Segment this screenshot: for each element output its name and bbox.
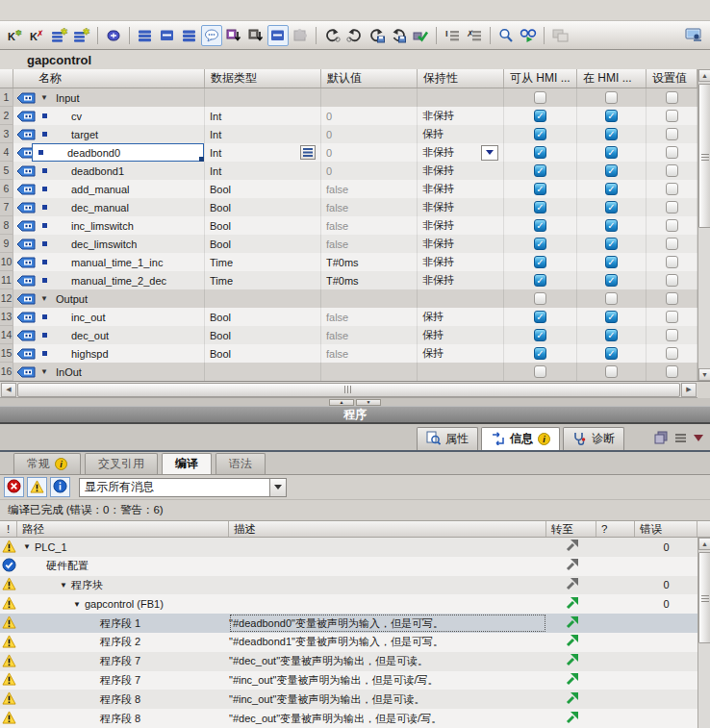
collapse-triangle-icon[interactable]: ▼	[23, 542, 31, 551]
message-row[interactable]: 程序段 7"#inc_out"变量被声明为输出，但是可读/写。	[0, 671, 710, 690]
collapse-triangle-icon[interactable]: ▼	[40, 295, 48, 303]
retain-cell[interactable]: 保持	[418, 344, 504, 363]
datatype-cell[interactable]	[205, 363, 321, 381]
name-cell[interactable]: add_manual	[13, 180, 205, 198]
hmi-accessible-checkbox[interactable]: ✓	[534, 329, 546, 341]
setpoint-checkbox[interactable]	[666, 329, 678, 341]
subtab-item[interactable]: 常规i	[13, 453, 81, 474]
column-header[interactable]: 设置值	[647, 69, 697, 88]
default-value-cell[interactable]: false	[321, 216, 418, 235]
path-cell[interactable]: 程序段 2	[17, 633, 229, 652]
path-cell[interactable]: ▼PLC_1	[17, 538, 229, 557]
interface-variable-row[interactable]: 14dec_outBoolfalse保持✓✓	[0, 326, 710, 344]
path-cell[interactable]: 程序段 1	[17, 614, 229, 633]
hmi-accessible-checkbox[interactable]: ✓	[534, 311, 546, 323]
program-section-bar[interactable]: 程序	[0, 406, 710, 424]
help-header[interactable]: ?	[596, 521, 635, 537]
retain-value[interactable]: 非保持	[422, 163, 454, 178]
search-icon[interactable]	[495, 25, 517, 46]
collapse-triangle-icon[interactable]: ▼	[60, 581, 67, 590]
path-cell[interactable]: ▼gapcontrol (FB1)	[17, 594, 229, 614]
name-cell[interactable]: highspd	[13, 344, 205, 363]
setpoint-checkbox[interactable]	[666, 164, 678, 177]
interface-variable-row[interactable]: 3targetInt0保持✓✓	[0, 125, 710, 143]
default-value-cell[interactable]: false	[321, 308, 418, 326]
message-row[interactable]: 程序段 7"#dec_out"变量被声明为输出，但是可读。	[0, 652, 710, 671]
datatype-cell[interactable]	[205, 88, 321, 107]
hmi-visible-checkbox[interactable]: ✓	[605, 164, 618, 177]
default-value-cell[interactable]: 0	[321, 107, 418, 125]
retain-cell[interactable]: 非保持	[418, 143, 504, 162]
retain-value[interactable]: 保持	[422, 310, 444, 324]
hmi-accessible-checkbox[interactable]: ✓	[534, 164, 546, 177]
column-header[interactable]: 数据类型	[205, 69, 321, 88]
default-value-cell[interactable]: false	[321, 235, 418, 253]
name-cell[interactable]: target	[13, 125, 205, 143]
name-cell[interactable]: inc_limswitch	[13, 216, 205, 235]
default-value[interactable]: false	[326, 184, 348, 195]
datatype-cell[interactable]: Bool	[205, 216, 321, 235]
retain-cell[interactable]: 非保持	[418, 253, 504, 271]
description-cell[interactable]: "#deadbond0"变量被声明为输入，但是可写。	[229, 614, 546, 633]
default-value[interactable]: 0	[326, 165, 332, 177]
goto-arrow-icon[interactable]	[566, 616, 578, 631]
interface-variable-row[interactable]: 2cvInt0非保持✓✓	[0, 107, 710, 125]
setpoint-checkbox[interactable]	[666, 146, 678, 159]
hmi-visible-checkbox[interactable]: ✓	[605, 329, 618, 341]
scroll-left-button[interactable]: ◀	[1, 383, 16, 397]
retain-value[interactable]: 非保持	[422, 109, 454, 123]
hmi-accessible-checkbox[interactable]: ✓	[534, 201, 546, 213]
hmi-visible-checkbox[interactable]: ✓	[605, 128, 618, 140]
description-cell[interactable]	[229, 538, 546, 557]
datatype-cell[interactable]: Time	[205, 271, 321, 289]
column-header[interactable]: 可从 HMI ...	[504, 69, 577, 88]
default-value[interactable]: 0	[326, 147, 332, 159]
exclamation-header[interactable]: !	[0, 521, 17, 537]
default-value[interactable]: false	[326, 220, 348, 232]
hmi-accessible-checkbox[interactable]: ✓	[534, 219, 546, 232]
datatype-cell[interactable]: Bool	[205, 180, 321, 198]
description-cell[interactable]: "#inc_out"变量被声明为输出，但是可读/写。	[229, 671, 546, 690]
default-value[interactable]: false	[326, 238, 348, 250]
datatype-cell[interactable]: Int	[205, 162, 321, 180]
description-cell[interactable]	[229, 557, 546, 576]
message-filter-dropdown[interactable]: 显示所有消息	[79, 478, 287, 497]
default-value-cell[interactable]: 0	[321, 143, 418, 162]
setpoint-checkbox[interactable]	[666, 183, 678, 195]
hmi-accessible-checkbox[interactable]: ✓	[534, 347, 546, 360]
interface-horizontal-scrollbar[interactable]: ◀ ▶	[0, 382, 697, 398]
collapse-triangle-icon[interactable]: ▼	[40, 368, 48, 376]
message-row[interactable]: 程序段 1"#deadbond0"变量被声明为输入，但是可写。	[0, 614, 710, 633]
retain-cell[interactable]	[418, 363, 504, 381]
scrollbar-thumb[interactable]	[17, 383, 680, 397]
hmi-visible-checkbox[interactable]: ✓	[605, 347, 618, 360]
splitter-collapse-down-button[interactable]: ▼	[356, 399, 381, 406]
retain-value[interactable]: 非保持	[422, 237, 454, 251]
name-cell[interactable]: deadbond1	[13, 162, 205, 180]
undo-icon[interactable]	[321, 25, 342, 46]
datatype-cell[interactable]: Int	[205, 125, 321, 143]
hmi-visible-checkbox[interactable]: ✓	[605, 311, 618, 323]
setpoint-checkbox[interactable]	[666, 219, 678, 232]
path-cell[interactable]: ▼程序块	[17, 576, 229, 595]
datatype-cell[interactable]: Bool	[205, 235, 321, 253]
add-row-after-icon[interactable]: ✱	[71, 25, 92, 46]
message-row[interactable]: 硬件配置	[0, 557, 710, 576]
keep-actual-values-icon[interactable]	[135, 25, 156, 46]
retain-value[interactable]: 非保持	[422, 255, 454, 269]
delete-row-icon[interactable]: K✗	[27, 25, 48, 46]
hmi-accessible-checkbox[interactable]	[534, 365, 546, 378]
retain-value[interactable]: 非保持	[422, 218, 454, 233]
retain-cell[interactable]: 保持	[418, 308, 504, 326]
default-value-cell[interactable]: 0	[321, 162, 418, 180]
retain-cell[interactable]: 非保持	[418, 198, 504, 216]
hmi-accessible-checkbox[interactable]: ✓	[534, 238, 546, 250]
message-row[interactable]: 程序段 8"#dec_out"变量被声明为输出，但是可读/写。	[0, 709, 710, 728]
scrollbar-thumb[interactable]	[698, 84, 710, 228]
retain-value[interactable]: 非保持	[422, 200, 454, 214]
hmi-visible-checkbox[interactable]: ✓	[605, 110, 618, 122]
save-snapshot-icon[interactable]	[388, 25, 409, 46]
interface-section-row[interactable]: 12▼Output	[0, 289, 710, 308]
datatype-cell[interactable]: Int	[205, 143, 321, 162]
split-editor-icon[interactable]	[549, 25, 571, 46]
